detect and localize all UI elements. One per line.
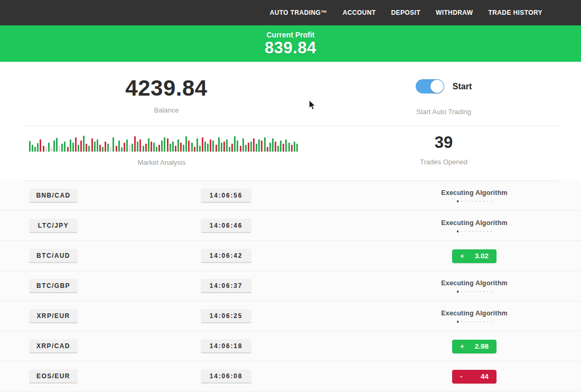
progress-dot (480, 321, 481, 323)
progress-dots (457, 291, 492, 293)
trade-status: +3.02 (452, 241, 496, 271)
trade-row: LTC/JPY 14:06:46 Executing Algorithm (0, 211, 581, 241)
nav-item-account[interactable]: ACCOUNT (343, 9, 376, 16)
progress-dot (457, 200, 459, 202)
progress-dot (480, 291, 481, 293)
progress-dot (491, 291, 492, 293)
progress-dot (476, 321, 477, 323)
chart-bar (229, 147, 230, 152)
chart-bar (75, 137, 77, 152)
chart-bar (231, 144, 233, 152)
chart-bar (218, 137, 220, 152)
chart-bar (256, 144, 257, 152)
trades-opened-value: 39 (391, 133, 496, 152)
chart-bar (226, 139, 228, 152)
trade-status: Executing Algorithm (441, 301, 508, 331)
progress-dot (468, 291, 470, 293)
chart-bar (269, 143, 271, 152)
chart-bar (143, 146, 144, 152)
chart-bar (210, 139, 211, 152)
progress-dot (461, 201, 463, 202)
nav-item-trade-history[interactable]: TRADE HISTORY (488, 9, 542, 16)
chart-bar (145, 144, 147, 152)
executing-label: Executing Algorithm (441, 189, 508, 197)
progress-dot (483, 291, 485, 293)
chart-bar (91, 138, 93, 152)
top-navbar: AUTO TRADING™ACCOUNTDEPOSITWITHDRAWTRADE… (0, 0, 581, 25)
chart-bar (164, 137, 165, 152)
chart-bar (167, 138, 168, 152)
chart-bar (253, 138, 255, 152)
chart-bar (129, 145, 130, 152)
chart-bar (185, 136, 187, 152)
toggle-caption: Start Auto Trading (391, 108, 496, 116)
chart-bar (175, 146, 176, 152)
progress-dot (476, 231, 477, 232)
progress-dot (491, 201, 492, 202)
progress-dot (465, 291, 466, 293)
chart-bar (161, 141, 163, 152)
progress-dot (487, 231, 489, 232)
chart-bar (258, 139, 260, 152)
chart-bar (180, 143, 182, 152)
progress-dot (483, 201, 485, 202)
trade-rows: BNB/CAD 14:06:56 Executing Algorithm LTC… (0, 181, 581, 391)
auto-trading-toggle[interactable] (416, 79, 444, 94)
progress-dot (461, 291, 463, 293)
time-badge: 14:06:42 (201, 249, 251, 263)
progress-dot (476, 291, 477, 293)
market-analysis-chart (29, 134, 298, 152)
progress-dot (472, 201, 474, 202)
chart-bar (137, 142, 138, 152)
time-badge: 14:06:56 (201, 189, 251, 203)
chart-bar (72, 143, 74, 152)
result-sign: + (460, 342, 464, 350)
chart-bar (242, 138, 244, 152)
balance-label: Balance (87, 106, 246, 114)
nav-item-withdraw[interactable]: WITHDRAW (436, 9, 473, 16)
chart-bar (215, 145, 217, 152)
nav-item-auto-trading[interactable]: AUTO TRADING™ (270, 9, 327, 16)
result-sign: - (460, 372, 463, 380)
progress-dot (480, 231, 481, 232)
progress-dot (461, 231, 463, 232)
chart-bar (80, 141, 82, 152)
balance-value: 4239.84 (87, 76, 246, 101)
progress-dot (457, 230, 459, 232)
auto-trading-app: AUTO TRADING™ACCOUNTDEPOSITWITHDRAWTRADE… (0, 0, 581, 392)
chart-bar (177, 139, 179, 152)
progress-dot (465, 201, 466, 202)
time-badge: 14:06:18 (201, 339, 251, 353)
trade-status: Executing Algorithm (441, 211, 508, 241)
chart-bar (212, 141, 214, 152)
chart-bar (102, 147, 104, 152)
pair-badge: LTC/JPY (29, 219, 78, 233)
chart-bar (34, 147, 36, 152)
pair-badge: BTC/AUD (29, 249, 78, 263)
progress-dot (480, 201, 481, 202)
progress-dot (483, 231, 485, 232)
chart-bar (221, 143, 222, 152)
pair-badge: EOS/EUR (29, 369, 78, 384)
chart-bar (116, 146, 117, 152)
progress-dots (457, 230, 492, 232)
chart-bar (97, 139, 98, 152)
mouse-cursor-icon (308, 100, 316, 111)
chart-bar (245, 145, 247, 152)
chart-bar (288, 143, 290, 152)
chart-bar (285, 139, 287, 152)
nav-item-deposit[interactable]: DEPOSIT (391, 9, 420, 16)
progress-dots (457, 200, 492, 202)
time-badge: 14:06:46 (201, 219, 251, 233)
trade-status: +2.98 (452, 331, 496, 361)
chart-bar (194, 147, 195, 152)
progress-dot (491, 321, 492, 323)
result-value: 2.98 (475, 342, 489, 350)
chart-bar (196, 138, 198, 152)
progress-dot (472, 321, 474, 323)
progress-dot (465, 321, 466, 323)
progress-dot (472, 231, 474, 232)
trade-status: Executing Algorithm (441, 271, 508, 301)
pair-badge: XRP/EUR (29, 309, 78, 323)
divider-balance (22, 125, 559, 126)
